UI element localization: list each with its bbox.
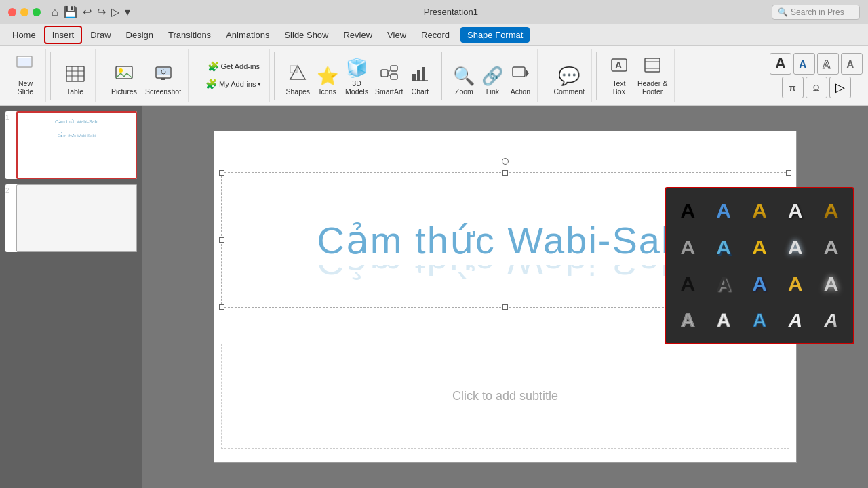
symbol-button[interactable]: Ω xyxy=(806,77,827,98)
wordart-style-18[interactable]: A xyxy=(743,304,776,338)
search-box[interactable]: 🔍 Search in Pres xyxy=(772,5,860,20)
wordart-a-button[interactable]: A xyxy=(770,53,791,75)
handle-tm[interactable] xyxy=(502,170,508,176)
handle-tl[interactable] xyxy=(219,170,224,176)
menu-home[interactable]: Home xyxy=(5,27,43,43)
3d-models-button[interactable]: 🧊 3DModels xyxy=(342,52,371,98)
menu-design[interactable]: Design xyxy=(119,27,160,43)
my-add-ins-label: My Add-ins xyxy=(219,80,256,88)
wordart-style-10[interactable]: A xyxy=(814,230,848,264)
menu-slideshow[interactable]: Slide Show xyxy=(277,27,335,43)
svg-rect-17 xyxy=(391,66,397,71)
my-add-ins-button[interactable]: 🧩 My Add-ins ▾ xyxy=(201,77,265,92)
menu-view[interactable]: View xyxy=(380,27,413,43)
handle-tr[interactable] xyxy=(786,170,791,176)
svg-marker-26 xyxy=(526,70,529,77)
ribbon-group-links: 🔍 Zoom 🔗 Link Action xyxy=(446,49,538,102)
new-slide-button[interactable]: + NewSlide xyxy=(11,52,41,98)
icons-button[interactable]: ⭐ Icons xyxy=(314,52,341,98)
smartart-label: SmartArt xyxy=(375,87,403,96)
shapes-icon xyxy=(289,64,307,85)
action-button[interactable]: Action xyxy=(507,52,533,98)
slide-preview-2[interactable] xyxy=(16,184,137,252)
menu-transitions[interactable]: Transitions xyxy=(161,27,218,43)
wordart-style-7[interactable]: A xyxy=(707,230,741,264)
wordart-style-1[interactable]: A xyxy=(671,194,705,228)
maximize-button[interactable] xyxy=(33,8,41,16)
handle-ml[interactable] xyxy=(219,237,224,243)
pictures-button[interactable]: Pictures xyxy=(108,52,140,98)
menu-insert[interactable]: Insert xyxy=(44,26,83,44)
minimize-button[interactable] xyxy=(20,8,28,16)
text-box-button[interactable]: A TextBox xyxy=(605,52,633,98)
wordart-style-4[interactable]: A xyxy=(778,194,812,228)
wordart-style-15[interactable]: A xyxy=(814,267,848,301)
window-controls xyxy=(8,8,41,16)
shapes-button[interactable]: Shapes xyxy=(283,52,313,98)
comment-button[interactable]: 💬 Comment xyxy=(551,52,587,98)
ribbon: + NewSlide Table Pictures xyxy=(0,46,868,106)
sep4 xyxy=(274,52,275,100)
wordart-style-2[interactable]: A xyxy=(707,194,741,228)
chart-button[interactable]: Chart xyxy=(407,52,433,98)
menu-draw[interactable]: Draw xyxy=(83,27,117,43)
wordart-style-17[interactable]: A xyxy=(707,304,741,338)
menu-review[interactable]: Review xyxy=(336,27,379,43)
wordart-style-8[interactable]: A xyxy=(743,230,776,264)
link-button[interactable]: 🔗 Link xyxy=(479,52,506,98)
redo-icon[interactable]: ↪ xyxy=(97,5,106,18)
wordart-style-19[interactable]: A xyxy=(778,304,812,338)
menu-animations[interactable]: Animations xyxy=(219,27,276,43)
slide-thumb-1[interactable]: 1 Cảm thức Wabi-Sabi Cảm thức Wabi-Sabi xyxy=(5,111,137,179)
handle-bm[interactable] xyxy=(502,304,508,310)
table-button[interactable]: Table xyxy=(60,52,90,98)
more-icon[interactable]: ▾ xyxy=(125,5,130,18)
undo-icon[interactable]: ↩ xyxy=(83,5,92,18)
wordart-style-20[interactable]: A xyxy=(814,304,848,338)
screenshot-icon xyxy=(154,64,173,85)
handle-bl[interactable] xyxy=(219,304,224,310)
present-icon[interactable]: ▷ xyxy=(111,5,119,18)
subtitle-text-box[interactable]: Click to add subtitle xyxy=(221,344,789,449)
ribbon-group-table: Table xyxy=(55,49,96,102)
wordart-style-11[interactable]: A xyxy=(671,267,705,301)
screenshot-label: Screenshot xyxy=(145,87,181,96)
link-icon: 🔗 xyxy=(481,67,503,85)
quick-style-3[interactable]: A xyxy=(841,53,863,75)
menu-record[interactable]: Record xyxy=(414,27,456,43)
svg-text:A: A xyxy=(846,59,854,70)
menu-shape-format[interactable]: Shape Format xyxy=(460,27,530,43)
text-effects-button[interactable]: π xyxy=(782,77,804,98)
svg-rect-25 xyxy=(513,67,525,77)
slide-thumb-2[interactable]: 2 xyxy=(5,184,137,252)
quick-style-2[interactable]: A xyxy=(817,53,839,75)
title-bar-right: 🔍 Search in Pres xyxy=(772,5,860,20)
home-icon[interactable]: ⌂ xyxy=(52,6,58,18)
more-button[interactable]: ▷ xyxy=(829,77,851,98)
screenshot-button[interactable]: Screenshot xyxy=(142,52,184,98)
slide-preview-1[interactable]: Cảm thức Wabi-Sabi Cảm thức Wabi-Sabi xyxy=(16,111,137,179)
wordart-style-14[interactable]: A xyxy=(778,267,812,301)
wordart-style-6[interactable]: A xyxy=(671,230,705,264)
zoom-button[interactable]: 🔍 Zoom xyxy=(450,52,477,98)
table-icon xyxy=(66,66,85,85)
wordart-style-16[interactable]: A xyxy=(671,304,705,338)
quick-style-1[interactable]: A xyxy=(793,53,815,75)
wordart-style-13[interactable]: A xyxy=(743,267,776,301)
wordart-style-3[interactable]: A xyxy=(743,194,776,228)
main-area: 1 Cảm thức Wabi-Sabi Cảm thức Wabi-Sabi … xyxy=(0,106,868,488)
svg-text:A: A xyxy=(799,59,807,70)
wordart-style-12[interactable]: A xyxy=(707,267,741,301)
wordart-style-5[interactable]: A xyxy=(814,194,848,228)
rotate-handle[interactable] xyxy=(502,158,509,165)
save-icon[interactable]: 💾 xyxy=(64,5,77,18)
pictures-icon xyxy=(115,64,134,85)
svg-rect-18 xyxy=(391,74,397,79)
slide-num-1: 1 xyxy=(5,114,14,121)
svg-text:A: A xyxy=(823,59,831,70)
header-footer-button[interactable]: Header &Footer xyxy=(635,52,670,98)
close-button[interactable] xyxy=(8,8,16,16)
wordart-style-9[interactable]: A xyxy=(778,230,812,264)
get-add-ins-button[interactable]: 🧩 Get Add-ins xyxy=(201,59,265,74)
smartart-button[interactable]: SmartArt xyxy=(372,52,406,98)
